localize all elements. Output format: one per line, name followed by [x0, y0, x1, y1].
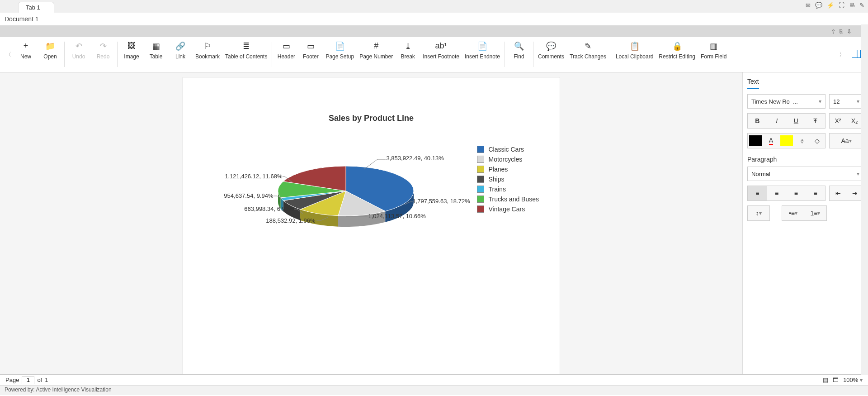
document-title: Document 1 [0, 13, 868, 25]
font-color-picker[interactable]: A [763, 134, 778, 148]
form-field-button[interactable]: ▥Form Field [698, 37, 729, 72]
data-label-trains: 188,532.92, 1.96% [266, 217, 315, 224]
insert-endnote-icon: 📄 [477, 41, 487, 52]
of-label: of [37, 377, 42, 383]
document-scroll[interactable]: Sales by Product Line 3,853,922.49, 40.1… [0, 72, 742, 374]
toolbar-wrap: 〈 +New📁Open↶Undo↷Redo🖼Image▦Table🔗Link⚐B… [0, 37, 868, 72]
toc-icon: ≣ [243, 41, 250, 52]
align-center-button[interactable]: ≡ [767, 186, 787, 200]
upload-icon[interactable]: ⇪ [831, 28, 836, 35]
local-clipboard-button[interactable]: 📋Local Clipboard [613, 37, 656, 72]
clear-format-button[interactable]: ◇ [810, 134, 825, 148]
bullet-list-button[interactable]: •≡ ▾ [782, 206, 804, 220]
mail-icon[interactable]: ✉ [806, 2, 811, 9]
image-icon: 🖼 [127, 41, 136, 52]
text-color-button[interactable] [748, 134, 763, 148]
open-button[interactable]: 📁Open [38, 37, 62, 72]
image-button[interactable]: 🖼Image [119, 37, 144, 72]
paragraph-style-select[interactable]: Normal ▾ [747, 167, 863, 181]
download-icon[interactable]: ⇩ [847, 28, 852, 35]
line-spacing-button[interactable]: ↕ ▾ [748, 206, 769, 220]
legend-item: Vintage Cars [477, 205, 539, 213]
table-button[interactable]: ▦Table [144, 37, 168, 72]
page-input[interactable] [22, 376, 34, 384]
legend-item: Motorcycles [477, 156, 539, 163]
highlight-picker[interactable]: ⎀ [794, 134, 810, 148]
number-list-button[interactable]: 1≡ ▾ [804, 206, 826, 220]
superscript-button[interactable]: X² [830, 114, 846, 128]
page-setup-button[interactable]: 📄Page Setup [323, 37, 357, 72]
track-changes-button[interactable]: ✎Track Changes [567, 37, 609, 72]
panel-tab-text[interactable]: Text [747, 78, 759, 89]
break-button[interactable]: ⤓Break [396, 37, 420, 72]
web-layout-icon[interactable]: 🗔 [833, 377, 839, 383]
highlight-color-button[interactable] [778, 134, 794, 148]
align-justify-button[interactable]: ≡ [806, 186, 825, 200]
fullscreen-icon[interactable]: ⛶ [839, 2, 844, 9]
legend-item: Planes [477, 166, 539, 173]
restrict-editing-icon: 🔒 [672, 41, 682, 52]
legend-item: Ships [477, 176, 539, 183]
legend-swatch [477, 156, 484, 163]
chevron-down-icon: ▾ [857, 171, 859, 177]
chevron-down-icon: ▾ [819, 98, 821, 105]
font-size-select[interactable]: 12 ▾ [829, 94, 863, 109]
tab-label: Tab 1 [26, 4, 40, 11]
insert-footnote-button[interactable]: ab¹Insert Footnote [420, 37, 462, 72]
footer-button[interactable]: ▭Footer [298, 37, 323, 72]
undo-button[interactable]: ↶Undo [66, 37, 91, 72]
legend-item: Classic Cars [477, 146, 539, 153]
filter-off-icon[interactable]: ⚡ [827, 2, 834, 9]
insert-endnote-button[interactable]: 📄Insert Endnote [462, 37, 503, 72]
font-family-value: Times New Ro [751, 98, 790, 105]
change-case-button[interactable]: Aa ▾ [830, 134, 863, 148]
svg-rect-0 [852, 50, 861, 58]
bookmark-button[interactable]: ⚐Bookmark [193, 37, 222, 72]
status-bar: Page of 1 ▤ 🗔 100% ▾ [0, 374, 868, 385]
scroll-left-icon[interactable]: 〈 [3, 51, 14, 59]
pie-chart: 3,853,922.49, 40.13% 1,121,426.12, 11.68… [197, 141, 477, 259]
align-left-button[interactable]: ≡ [748, 186, 767, 200]
font-family-select[interactable]: Times New Ro ... ▾ [747, 94, 826, 109]
comments-button[interactable]: 💬Comments [535, 37, 567, 72]
strikethrough-button[interactable]: Ŧ [806, 114, 825, 128]
decrease-indent-button[interactable]: ⇤ [830, 186, 846, 200]
header-button[interactable]: ▭Header [274, 37, 298, 72]
find-icon: 🔍 [514, 41, 524, 52]
footer-icon: ▭ [307, 41, 315, 52]
top-right-icons: ✉ 💬 ⚡ ⛶ 🖶 ✎ [806, 2, 864, 9]
new-button[interactable]: +New [14, 37, 38, 72]
redo-icon: ↷ [100, 41, 107, 52]
zoom-level[interactable]: 100% ▾ [843, 377, 863, 383]
find-button[interactable]: 🔍Find [507, 37, 531, 72]
toc-button[interactable]: ≣Table of Contents [222, 37, 270, 72]
print-icon[interactable]: 🖶 [849, 2, 855, 9]
align-right-button[interactable]: ≡ [787, 186, 806, 200]
view-mode-icon[interactable]: ▤ [823, 377, 828, 383]
bookmark-icon: ⚐ [204, 41, 211, 52]
page-number-button[interactable]: #Page Number [357, 37, 396, 72]
bold-button[interactable]: B [748, 114, 767, 128]
italic-button[interactable]: I [767, 114, 787, 128]
link-button[interactable]: 🔗Link [168, 37, 193, 72]
form-field-icon: ▥ [710, 41, 717, 52]
comment-icon[interactable]: 💬 [815, 2, 822, 9]
side-panel: Text Times New Ro ... ▾ 12 ▾ B I U Ŧ X² … [742, 72, 868, 374]
insert-footnote-icon: ab¹ [435, 41, 447, 52]
comments-icon: 💬 [546, 41, 556, 52]
toolbar: +New📁Open↶Undo↷Redo🖼Image▦Table🔗Link⚐Boo… [14, 37, 836, 72]
edit-icon[interactable]: ✎ [859, 2, 864, 9]
outer-scrollbar[interactable] [861, 24, 868, 375]
share-icon[interactable]: ⎘ [840, 28, 843, 35]
tab-bar: Tab 1 ✉ 💬 ⚡ ⛶ 🖶 ✎ [0, 0, 868, 13]
table-icon: ▦ [152, 41, 160, 52]
restrict-editing-button[interactable]: 🔒Restrict Editing [656, 37, 698, 72]
underline-button[interactable]: U [787, 114, 806, 128]
document-tab[interactable]: Tab 1 [18, 2, 54, 13]
chart-legend: Classic CarsMotorcyclesPlanesShipsTrains… [477, 141, 539, 259]
page-1: Sales by Product Line 3,853,922.49, 40.1… [183, 77, 560, 374]
paragraph-style-value: Normal [751, 171, 770, 177]
new-icon: + [24, 41, 28, 52]
scroll-right-icon[interactable]: 〉 [836, 51, 847, 59]
redo-button[interactable]: ↷Redo [91, 37, 115, 72]
